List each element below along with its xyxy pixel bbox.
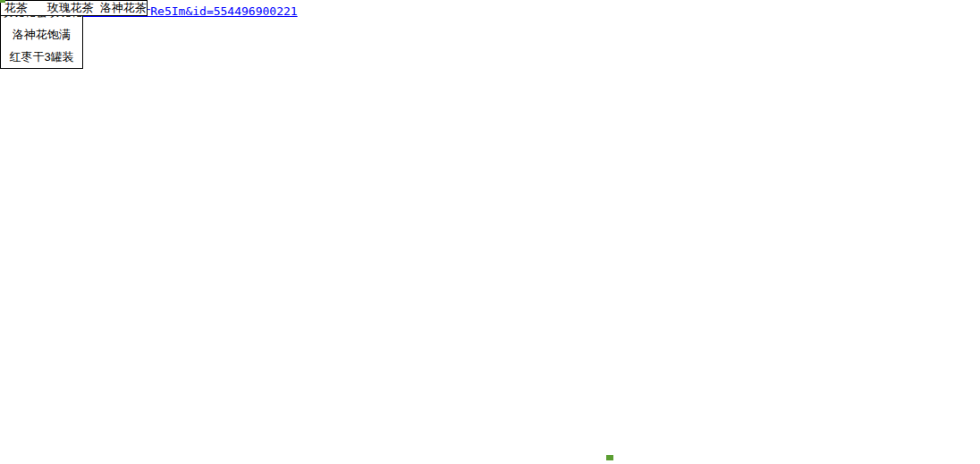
selection-handle-gap (607, 446, 614, 455)
selection-fill-handle[interactable] (606, 455, 613, 460)
spreadsheet-view: 非标品 编号 地址 参考宝贝1 参考宝贝2 参考宝贝3 https://item… (0, 0, 980, 464)
high-conversion-keywords-baobei1-cell[interactable]: 花茶 玫瑰花茶 洛神花茶 (0, 0, 148, 16)
high-conversion-keywords-baobei3-cell[interactable] (0, 0, 2, 2)
